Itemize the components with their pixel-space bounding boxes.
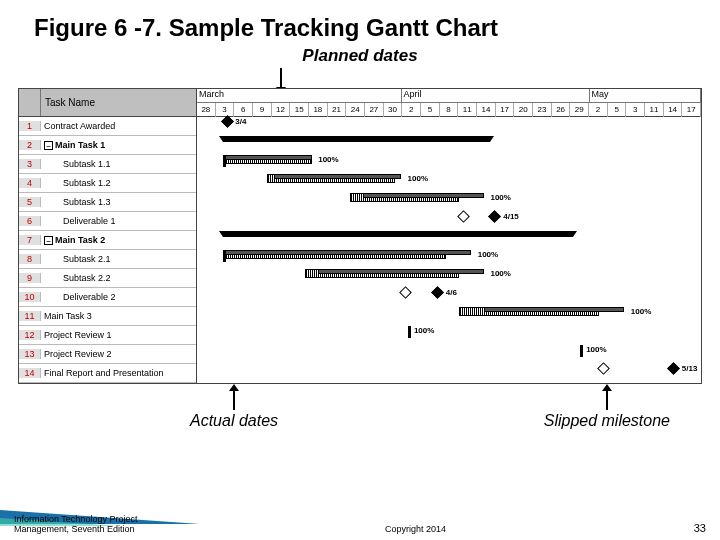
timeline-header: MarchAprilMay 28369121518212427302581114… <box>197 89 701 116</box>
day-header: 14 <box>477 103 496 117</box>
task-list-pane: 1Contract Awarded2–Main Task 13Subtask 1… <box>19 117 197 383</box>
task-name-cell: Contract Awarded <box>41 121 196 131</box>
percent-label: 100% <box>318 155 338 164</box>
percent-label: 100% <box>478 250 498 259</box>
footer-source: Management, Seventh Edition <box>14 524 137 534</box>
row-number: 11 <box>19 311 41 321</box>
task-name-cell: Deliverable 2 <box>41 292 196 302</box>
table-row: 3Subtask 1.1 <box>19 155 196 174</box>
actual-bar <box>274 174 402 179</box>
actual-bar <box>318 269 484 274</box>
footer-source: Information Technology Project <box>14 514 137 524</box>
footer-copyright: Copyright 2014 <box>385 524 446 534</box>
task-name-cell: Subtask 1.3 <box>41 197 196 207</box>
day-header: 5 <box>608 103 627 117</box>
table-row: 7–Main Task 2 <box>19 231 196 250</box>
milestone-planned-icon <box>597 362 610 375</box>
milestone-icon <box>580 345 583 357</box>
day-header: 2 <box>402 103 421 117</box>
milestone-actual-icon <box>489 210 502 223</box>
day-header: 9 <box>253 103 272 117</box>
row-number: 6 <box>19 216 41 226</box>
table-row: 5Subtask 1.3 <box>19 193 196 212</box>
row-number: 1 <box>19 121 41 131</box>
row-number: 2 <box>19 140 41 150</box>
day-header: 8 <box>440 103 459 117</box>
table-row: 12Project Review 1 <box>19 326 196 345</box>
row-number: 7 <box>19 235 41 245</box>
day-header: 23 <box>533 103 552 117</box>
table-row: 2–Main Task 1 <box>19 136 196 155</box>
collapse-icon[interactable]: – <box>44 141 53 150</box>
actual-bar <box>223 250 472 255</box>
day-header: 26 <box>552 103 571 117</box>
day-header: 29 <box>570 103 589 117</box>
milestone-planned-icon <box>457 210 470 223</box>
slipped-milestone-label: Slipped milestone <box>544 412 670 430</box>
planned-dates-label: Planned dates <box>0 46 720 66</box>
milestone-label: 4/6 <box>446 288 457 297</box>
day-header: 30 <box>384 103 403 117</box>
percent-label: 100% <box>414 326 434 335</box>
milestone-icon <box>408 326 411 338</box>
row-number: 4 <box>19 178 41 188</box>
row-number: 13 <box>19 349 41 359</box>
day-header: 27 <box>365 103 384 117</box>
day-header: 11 <box>458 103 477 117</box>
day-header: 3 <box>216 103 235 117</box>
day-header: 5 <box>421 103 440 117</box>
row-num-header <box>19 89 41 116</box>
actual-dates-label: Actual dates <box>190 412 278 430</box>
row-number: 5 <box>19 197 41 207</box>
month-header: May <box>590 89 701 102</box>
arrow-down-icon <box>280 68 282 88</box>
summary-bar <box>223 136 491 142</box>
percent-label: 100% <box>408 174 428 183</box>
row-number: 8 <box>19 254 41 264</box>
row-number: 9 <box>19 273 41 283</box>
table-row: 10Deliverable 2 <box>19 288 196 307</box>
task-name-cell: Main Task 3 <box>41 311 196 321</box>
percent-label: 100% <box>586 345 606 354</box>
arrow-up-icon <box>606 390 608 410</box>
actual-bar <box>223 155 312 160</box>
day-header: 12 <box>272 103 291 117</box>
table-row: 1Contract Awarded <box>19 117 196 136</box>
percent-label: 100% <box>490 193 510 202</box>
day-header: 2 <box>589 103 608 117</box>
collapse-icon[interactable]: – <box>44 236 53 245</box>
table-row: 9Subtask 2.2 <box>19 269 196 288</box>
task-name-cell: Subtask 1.1 <box>41 159 196 169</box>
task-name-cell: Project Review 1 <box>41 330 196 340</box>
task-name-cell: –Main Task 1 <box>41 140 196 150</box>
day-header: 14 <box>664 103 683 117</box>
task-name-cell: Subtask 2.2 <box>41 273 196 283</box>
day-header: 15 <box>290 103 309 117</box>
milestone-planned-icon <box>399 286 412 299</box>
percent-label: 100% <box>631 307 651 316</box>
table-row: 8Subtask 2.1 <box>19 250 196 269</box>
day-header: 18 <box>309 103 328 117</box>
row-number: 10 <box>19 292 41 302</box>
milestone-label: 3/4 <box>235 117 246 126</box>
day-header: 17 <box>682 103 701 117</box>
actual-bar <box>484 307 624 312</box>
milestone-icon <box>221 115 234 128</box>
task-name-cell: Final Report and Presentation <box>41 368 196 378</box>
row-number: 12 <box>19 330 41 340</box>
milestone-label: 5/13 <box>682 364 698 373</box>
row-number: 3 <box>19 159 41 169</box>
task-name-header: Task Name <box>41 89 196 116</box>
table-row: 14Final Report and Presentation <box>19 364 196 383</box>
milestone-actual-icon <box>431 286 444 299</box>
start-marker <box>223 155 226 167</box>
gantt-bars-pane: 3/4100%100%100%4/15100%100%4/6100%100%10… <box>197 117 701 383</box>
slide-footer: Information Technology Project Managemen… <box>0 514 720 534</box>
day-header: 28 <box>197 103 216 117</box>
milestone-actual-icon <box>667 362 680 375</box>
table-row: 4Subtask 1.2 <box>19 174 196 193</box>
summary-bar <box>223 231 574 237</box>
table-row: 11Main Task 3 <box>19 307 196 326</box>
chart-header: Task Name MarchAprilMay 2836912151821242… <box>19 89 701 117</box>
start-marker <box>223 250 226 262</box>
